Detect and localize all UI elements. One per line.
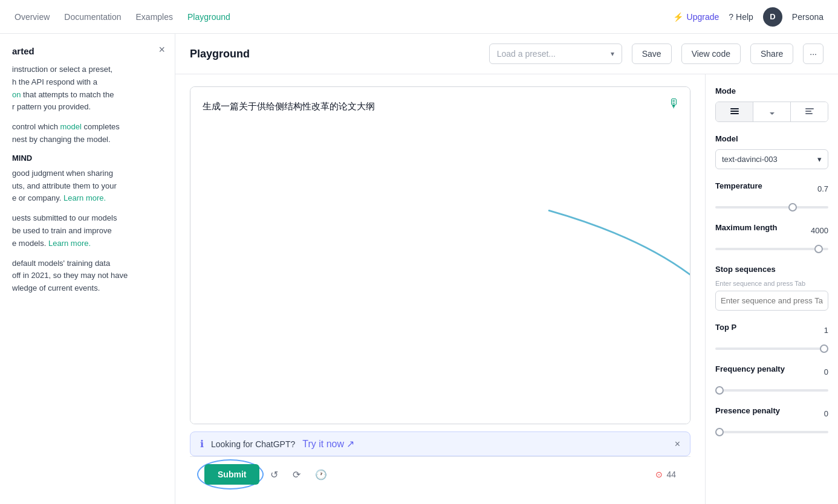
more-button[interactable]: ··· bbox=[803, 44, 823, 64]
svg-rect-3 bbox=[805, 108, 814, 109]
nav-links: Overview Documentation Examples Playgrou… bbox=[15, 12, 230, 22]
sidebar-para-5: default models' training data off in 202… bbox=[12, 257, 163, 295]
model-value: text-davinci-003 bbox=[722, 155, 778, 164]
avatar[interactable]: D bbox=[763, 7, 782, 27]
sidebar-link-completion[interactable]: on bbox=[12, 90, 21, 99]
temperature-section: Temperature 0.7 bbox=[715, 181, 828, 211]
sidebar-para-2: control which model completes nest by ch… bbox=[12, 121, 163, 146]
save-button[interactable]: Save bbox=[632, 44, 672, 64]
presence-penalty-slider[interactable] bbox=[715, 431, 828, 433]
presence-penalty-value: 0 bbox=[824, 409, 828, 418]
playground-body: 生成一篇关于供给侧结构性改革的论文大纲 🎙 ℹ Looking for Chat… bbox=[175, 74, 838, 504]
sidebar-keep-in-mind: MIND bbox=[12, 153, 163, 163]
main-layout: × arted instruction or select a preset, … bbox=[0, 34, 838, 504]
playground-title: Playground bbox=[190, 48, 250, 60]
refresh-button[interactable]: ⟳ bbox=[289, 465, 304, 484]
max-length-value: 4000 bbox=[811, 226, 828, 235]
svg-rect-2 bbox=[730, 113, 739, 114]
svg-rect-5 bbox=[805, 113, 813, 114]
help-label: Help bbox=[736, 12, 753, 22]
text-area-wrapper: 生成一篇关于供给侧结构性改革的论文大纲 🎙 bbox=[190, 86, 690, 424]
nav-documentation[interactable]: Documentation bbox=[64, 12, 121, 22]
upgrade-button[interactable]: ⚡ Upgrade bbox=[673, 12, 719, 22]
top-p-slider[interactable] bbox=[715, 347, 828, 350]
svg-rect-1 bbox=[730, 111, 739, 112]
svg-rect-4 bbox=[805, 111, 811, 112]
frequency-penalty-slider[interactable] bbox=[715, 389, 828, 392]
token-warning-icon: ⊙ bbox=[655, 470, 663, 479]
nav-playground[interactable]: Playground bbox=[187, 12, 230, 22]
max-length-label: Maximum length bbox=[715, 223, 778, 232]
top-p-label: Top P bbox=[715, 323, 736, 332]
upgrade-label: Upgrade bbox=[687, 12, 719, 22]
top-nav: Overview Documentation Examples Playgrou… bbox=[0, 0, 838, 34]
banner-text: Looking for ChatGPT? bbox=[211, 439, 295, 449]
mode-insert-button[interactable] bbox=[753, 102, 791, 121]
preset-placeholder: Load a preset... bbox=[497, 49, 556, 59]
stop-sequences-label: Stop sequences bbox=[715, 265, 828, 274]
nav-overview[interactable]: Overview bbox=[15, 12, 50, 22]
upgrade-icon: ⚡ bbox=[673, 12, 683, 22]
submit-button[interactable]: Submit bbox=[204, 464, 259, 485]
sidebar-para-1: instruction or select a preset, h the AP… bbox=[12, 63, 163, 114]
sidebar-para-3: good judgment when sharing uts, and attr… bbox=[12, 167, 163, 205]
presence-penalty-label: Presence penalty bbox=[715, 406, 780, 415]
sidebar-learn-more-2[interactable]: Learn more. bbox=[48, 239, 91, 248]
stop-sequences-section: Stop sequences Enter sequence and press … bbox=[715, 265, 828, 311]
share-button[interactable]: Share bbox=[750, 44, 793, 64]
presence-penalty-section: Presence penalty 0 bbox=[715, 406, 828, 436]
token-count: ⊙ 44 bbox=[655, 470, 676, 479]
editor-area: 生成一篇关于供给侧结构性改革的论文大纲 🎙 ℹ Looking for Chat… bbox=[175, 74, 705, 504]
sidebar-learn-more-1[interactable]: Learn more. bbox=[63, 193, 106, 202]
prompt-textarea[interactable]: 生成一篇关于供给侧结构性改革的论文大纲 bbox=[190, 87, 690, 424]
content-area: Playground Load a preset... ▾ Save View … bbox=[175, 34, 838, 504]
model-label: Model bbox=[715, 134, 828, 143]
banner-close-button[interactable]: × bbox=[675, 439, 680, 450]
sidebar-link-model[interactable]: model bbox=[60, 122, 81, 131]
model-chevron-icon: ▾ bbox=[817, 155, 822, 164]
mode-buttons bbox=[715, 102, 828, 122]
playground-header: Playground Load a preset... ▾ Save View … bbox=[175, 34, 838, 74]
frequency-penalty-label: Frequency penalty bbox=[715, 364, 785, 373]
mode-complete-button[interactable] bbox=[716, 102, 753, 121]
temperature-label: Temperature bbox=[715, 181, 762, 190]
nav-right: ⚡ Upgrade ? Help D Persona bbox=[673, 7, 823, 27]
temperature-slider[interactable] bbox=[715, 206, 828, 208]
preset-dropdown[interactable]: Load a preset... ▾ bbox=[489, 44, 622, 64]
stop-sequences-input[interactable] bbox=[715, 291, 828, 311]
top-p-section: Top P 1 bbox=[715, 323, 828, 352]
svg-rect-0 bbox=[730, 108, 739, 109]
submit-wrapper: Submit bbox=[204, 464, 259, 485]
regenerate-button[interactable]: ↺ bbox=[267, 465, 282, 484]
max-length-slider[interactable] bbox=[715, 248, 828, 250]
history-button[interactable]: 🕐 bbox=[311, 465, 331, 484]
chatgpt-link[interactable]: Try it now ↗ bbox=[302, 438, 354, 450]
frequency-penalty-value: 0 bbox=[824, 367, 828, 376]
help-circle-icon: ? bbox=[729, 12, 733, 22]
info-icon: ℹ bbox=[200, 438, 204, 450]
top-p-value: 1 bbox=[824, 326, 828, 335]
model-dropdown[interactable]: text-davinci-003 ▾ bbox=[715, 149, 828, 169]
persona-label[interactable]: Persona bbox=[792, 12, 823, 22]
chevron-down-icon: ▾ bbox=[611, 50, 614, 58]
max-length-section: Maximum length 4000 bbox=[715, 223, 828, 253]
temperature-value: 0.7 bbox=[817, 184, 828, 193]
mic-icon[interactable]: 🎙 bbox=[668, 97, 680, 111]
token-number: 44 bbox=[666, 470, 676, 479]
mode-edit-button[interactable] bbox=[791, 102, 828, 121]
nav-examples[interactable]: Examples bbox=[136, 12, 173, 22]
frequency-penalty-section: Frequency penalty 0 bbox=[715, 364, 828, 394]
view-code-button[interactable]: View code bbox=[681, 44, 741, 64]
sidebar-close-button[interactable]: × bbox=[158, 44, 165, 56]
right-panel: Mode Model bbox=[705, 74, 838, 504]
model-section: Model text-davinci-003 ▾ bbox=[715, 134, 828, 169]
sidebar: × arted instruction or select a preset, … bbox=[0, 34, 175, 504]
mode-label: Mode bbox=[715, 86, 828, 95]
bottom-bar: Submit ↺ ⟳ 🕐 ⊙ 44 bbox=[190, 456, 690, 492]
stop-sequences-hint: Enter sequence and press Tab bbox=[715, 280, 828, 287]
mode-section: Mode bbox=[715, 86, 828, 122]
sidebar-title: arted bbox=[12, 46, 163, 56]
chatgpt-banner: ℹ Looking for ChatGPT? Try it now ↗ × bbox=[190, 431, 690, 456]
help-button[interactable]: ? Help bbox=[729, 12, 753, 22]
sidebar-para-4: uests submitted to our models be used to… bbox=[12, 212, 163, 250]
